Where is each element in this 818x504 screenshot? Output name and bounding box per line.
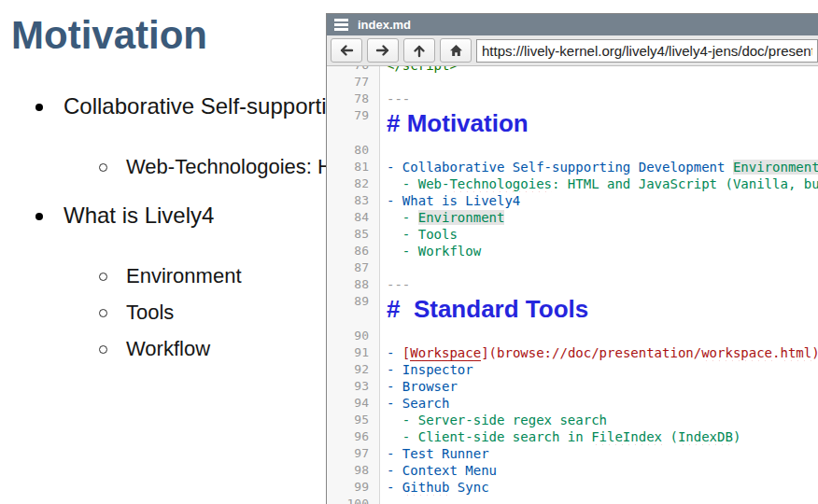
line-number: 77 <box>327 74 380 91</box>
code-line[interactable]: 94- Search <box>327 395 818 412</box>
code-line-text <box>380 328 818 344</box>
url-input[interactable] <box>476 39 818 63</box>
code-line[interactable]: 81- Collaborative Self-supporting Develo… <box>327 159 818 175</box>
bullet-disc-icon <box>35 213 43 220</box>
code-line-text <box>380 259 818 276</box>
line-number: 82 <box>327 175 380 192</box>
code-line[interactable]: 88--- <box>327 276 818 293</box>
code-line[interactable]: 93- Browser <box>327 378 818 395</box>
code-line[interactable]: 84 - Environment <box>327 209 818 226</box>
line-number: 100 <box>327 496 380 504</box>
code-line-text <box>380 496 818 504</box>
line-number: 99 <box>327 479 380 496</box>
code-line[interactable]: 86 - Workflow <box>327 243 818 259</box>
line-number: 89 <box>327 293 380 328</box>
bullet-circle-icon <box>99 163 107 172</box>
code-line-text <box>380 142 818 159</box>
line-number: 90 <box>327 328 380 344</box>
code-line[interactable]: 95 - Server-side regex search <box>327 412 818 428</box>
code-editor[interactable]: 76</script>7778---79# Motivation8081- Co… <box>327 66 818 504</box>
window-titlebar[interactable]: index.md <box>327 14 818 35</box>
code-line-text: # Standard Tools <box>380 293 818 328</box>
code-line[interactable]: 97- Test Runner <box>327 445 818 462</box>
window-title: index.md <box>358 18 411 32</box>
line-number: 95 <box>327 412 380 428</box>
line-number: 88 <box>327 276 380 293</box>
line-number: 80 <box>327 142 380 159</box>
line-number: 93 <box>327 378 380 395</box>
code-line[interactable]: 90 <box>327 328 818 344</box>
screen: Motivation Collaborative Self-supporting… <box>0 0 818 504</box>
code-line-text: # Motivation <box>380 107 818 142</box>
code-line[interactable]: 89# Standard Tools <box>327 293 818 328</box>
bullet-circle-icon <box>99 345 107 354</box>
code-line-text: - Web-Technologoies: HTML and JavaScript… <box>380 175 818 192</box>
code-line-text: - Client-side search in FileIndex (Index… <box>380 428 818 445</box>
bullet-circle-icon <box>99 309 107 317</box>
line-number: 85 <box>327 226 380 243</box>
code-line-text: - Test Runner <box>380 445 818 462</box>
code-line-text: - Search <box>380 395 818 412</box>
bullet-label: What is Lively4 <box>63 203 214 228</box>
home-icon <box>449 44 463 57</box>
code-line[interactable]: 87 <box>327 259 818 276</box>
sub-bullet-item: Environment <box>99 264 242 288</box>
code-line[interactable]: 77 <box>327 74 818 91</box>
code-line-text: - Workflow <box>380 243 818 259</box>
code-line-text: - Github Sync <box>380 479 818 496</box>
line-number: 97 <box>327 445 380 462</box>
code-line[interactable]: 76</script> <box>327 66 818 74</box>
up-arrow-icon <box>413 44 426 58</box>
code-line[interactable]: 80 <box>327 142 818 159</box>
bullet-disc-icon <box>35 104 43 111</box>
code-line-text: - Inspector <box>380 361 818 378</box>
line-number: 86 <box>327 243 380 259</box>
hamburger-menu-icon[interactable] <box>334 19 348 31</box>
code-line-text: - What is Lively4 <box>380 192 818 209</box>
code-line-text <box>380 74 818 91</box>
line-number: 94 <box>327 395 380 412</box>
line-number: 91 <box>327 344 380 361</box>
code-line[interactable]: 78--- <box>327 91 818 107</box>
line-number: 81 <box>327 159 380 175</box>
editor-window: index.md 76</script>7778---79# Motivatio… <box>326 13 818 504</box>
sub-bullet-label: Environment <box>126 264 242 288</box>
code-line[interactable]: 83- What is Lively4 <box>327 192 818 209</box>
code-line[interactable]: 82 - Web-Technologoies: HTML and JavaScr… <box>327 175 818 192</box>
sub-bullet-item: Workflow <box>99 337 242 361</box>
sub-bullet-list: EnvironmentToolsWorkflow <box>99 264 242 361</box>
back-button[interactable] <box>331 38 362 63</box>
code-line[interactable]: 92- Inspector <box>327 361 818 378</box>
code-line-text: - Context Menu <box>380 462 818 479</box>
code-line[interactable]: 96 - Client-side search in FileIndex (In… <box>327 428 818 445</box>
forward-button[interactable] <box>367 38 399 63</box>
code-line-text: </script> <box>380 66 818 74</box>
code-line[interactable]: 79# Motivation <box>327 107 818 142</box>
code-line-text: --- <box>380 276 818 293</box>
code-line[interactable]: 100 <box>327 496 818 504</box>
code-line[interactable]: 85 - Tools <box>327 226 818 243</box>
sub-bullet-label: Workflow <box>126 337 210 361</box>
code-line[interactable]: 99- Github Sync <box>327 479 818 496</box>
code-line-text: - Server-side regex search <box>380 412 818 428</box>
line-number: 92 <box>327 361 380 378</box>
line-number: 79 <box>327 107 380 142</box>
line-number: 78 <box>327 91 380 107</box>
line-number: 96 <box>327 428 380 445</box>
code-line-text: - Environment <box>380 209 818 226</box>
code-line[interactable]: 91- [Workspace](browse://doc/presentatio… <box>327 344 818 361</box>
up-button[interactable] <box>403 38 435 63</box>
browser-toolbar <box>327 35 818 66</box>
back-arrow-icon <box>339 44 354 57</box>
bullet-circle-icon <box>99 273 107 281</box>
line-number: 98 <box>327 462 380 479</box>
line-number: 76 <box>327 66 380 74</box>
sub-bullet-label: Tools <box>126 301 174 325</box>
forward-arrow-icon <box>375 44 390 57</box>
sub-bullet-item: Tools <box>99 301 242 325</box>
code-line-text: --- <box>380 91 818 107</box>
line-number: 87 <box>327 259 380 276</box>
code-line-text: - Browser <box>380 378 818 395</box>
code-line[interactable]: 98- Context Menu <box>327 462 818 479</box>
home-button[interactable] <box>440 38 472 63</box>
